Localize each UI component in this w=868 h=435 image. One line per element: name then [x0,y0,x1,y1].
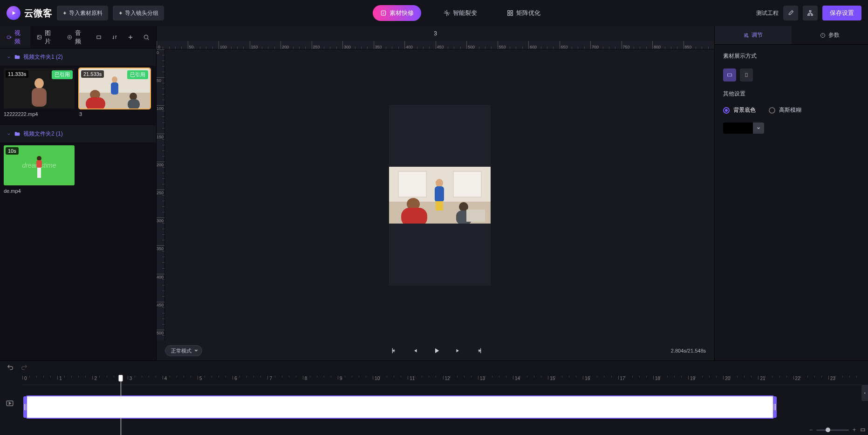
svg-rect-48 [728,74,732,76]
thumb-name: 3 [79,111,150,117]
zoom-slider[interactable] [816,429,849,431]
video-stage[interactable] [389,105,491,285]
svg-point-17 [34,78,44,88]
svg-rect-6 [809,11,811,12]
structure-button[interactable] [803,6,818,20]
svg-rect-49 [745,73,747,77]
svg-rect-35 [453,171,481,197]
asset-thumb[interactable]: 21.533s已引用3 [79,68,150,117]
display-mode-select[interactable]: 正常模式 [165,345,202,356]
play-button[interactable] [432,347,441,355]
logo-mark-icon [7,6,21,20]
tab-video[interactable]: 视频 [0,26,30,48]
timeline-clip[interactable] [26,395,774,419]
clip-handle-left[interactable] [23,396,27,418]
aspect-tool-button[interactable] [92,30,106,44]
clip-handle-right[interactable] [773,396,777,418]
asset-tools [91,30,156,44]
svg-rect-24 [86,97,105,109]
redo-button[interactable] [21,364,30,373]
tab-image[interactable]: 图片 [30,26,61,48]
svg-point-29 [37,156,41,161]
svg-rect-8 [811,14,813,15]
timeline-collapse-button[interactable] [861,385,868,401]
prev-frame-button[interactable] [411,347,419,355]
color-swatch [723,122,753,134]
video-track-icon[interactable] [6,399,17,410]
search-tool-button[interactable] [139,30,153,44]
zoom-in-button[interactable]: + [853,427,856,433]
mode-matrix-opt[interactable]: 矩阵优化 [499,5,548,21]
thumb-name: 12222222.mp4 [4,111,75,117]
svg-point-44 [746,34,747,34]
save-button[interactable]: 保存设置 [822,6,861,20]
asset-thumb[interactable]: dreamstime10sde.mp4 [4,145,75,194]
asset-thumbs: 11.333s已引用12222222.mp421.533s已引用3 [0,66,156,125]
timeline-tracks[interactable] [22,385,868,395]
asset-thumbs: dreamstime10sde.mp4 [0,143,156,202]
duration-badge: 11.333s [6,70,28,78]
props-content: 素材展示方式 其他设置 背景底色 高斯模糊 [715,45,868,141]
svg-point-36 [436,179,443,187]
svg-rect-7 [808,14,810,15]
tab-adjust[interactable]: 调节 [715,26,792,44]
svg-rect-9 [7,36,10,38]
svg-rect-38 [436,201,443,211]
main-area: 视频 图片 音频 视频文件夹1 (2)11.333s已引用12222222.mp… [0,26,868,360]
radio-gaussian-blur[interactable]: 高斯模糊 [769,106,801,114]
svg-point-25 [130,93,137,100]
next-frame-button[interactable] [454,347,462,355]
trim-in-button[interactable] [390,347,398,355]
svg-rect-2 [507,11,509,13]
display-fit-option[interactable] [723,68,736,82]
header-right: 测试工程 保存设置 [756,6,861,20]
bg-color-picker[interactable] [723,122,860,134]
svg-rect-43 [466,210,485,222]
svg-point-15 [144,35,148,39]
tab-audio[interactable]: 音频 [61,26,91,48]
svg-rect-51 [861,429,865,431]
duration-badge: 21.533s [81,70,104,78]
mode-smart-split[interactable]: 智能裂变 [436,5,485,21]
zoom-out-button[interactable]: − [809,427,813,433]
mode-quick-edit[interactable]: 素材快修 [373,5,421,21]
sort-tool-button[interactable] [108,30,122,44]
svg-rect-4 [507,14,509,15]
edit-project-button[interactable] [783,6,798,20]
import-material-button[interactable]: 导入素材原料 [57,6,108,20]
canvas-area[interactable] [165,49,714,341]
radio-bg-color[interactable]: 背景底色 [723,106,756,114]
asset-panel: 视频 图片 音频 视频文件夹1 (2)11.333s已引用12222222.mp… [0,26,157,360]
svg-point-1 [446,12,448,14]
asset-tabs: 视频 图片 音频 [0,26,156,48]
display-fill-option[interactable] [740,68,753,82]
timecode: 2.804s/21.548s [671,348,706,353]
timeline-body: 01234567891011121314151617181920212223 −… [0,376,868,435]
asset-folder-header[interactable]: 视频文件夹2 (1) [0,125,156,143]
props-tabs: 调节 参数 [715,26,868,45]
display-options [723,68,860,82]
undo-button[interactable] [7,364,16,373]
timeline-zoom: − + [809,427,866,433]
timeline-ruler[interactable]: 01234567891011121314151617181920212223 [22,376,868,385]
zoom-fit-button[interactable] [860,427,866,433]
playhead[interactable] [118,375,123,381]
other-settings-label: 其他设置 [723,90,860,98]
vertical-ruler[interactable]: 050100150200250300350400450500 [157,49,165,341]
radio-dot-icon [723,107,730,114]
svg-rect-40 [401,208,427,224]
horizontal-ruler[interactable]: 0501001502002503003504004505005506006507… [157,41,714,49]
timeline-main[interactable]: 01234567891011121314151617181920212223 [22,376,868,435]
svg-point-11 [38,36,39,37]
duration-badge: 10s [6,147,19,155]
project-name: 测试工程 [756,9,779,17]
asset-folder-header[interactable]: 视频文件夹1 (2) [0,48,156,66]
trim-out-button[interactable] [475,347,484,355]
color-dropdown-button[interactable] [753,122,764,134]
tab-params[interactable]: 参数 [792,26,868,44]
add-tool-button[interactable] [123,30,137,44]
asset-thumb[interactable]: 11.333s已引用12222222.mp4 [4,68,75,117]
app-header: 云微客 导入素材原料 导入镜头分组 素材快修 智能裂变 矩阵优化 测试工程 保存… [0,0,868,26]
used-badge: 已引用 [52,70,73,79]
import-lens-button[interactable]: 导入镜头分组 [113,6,164,20]
